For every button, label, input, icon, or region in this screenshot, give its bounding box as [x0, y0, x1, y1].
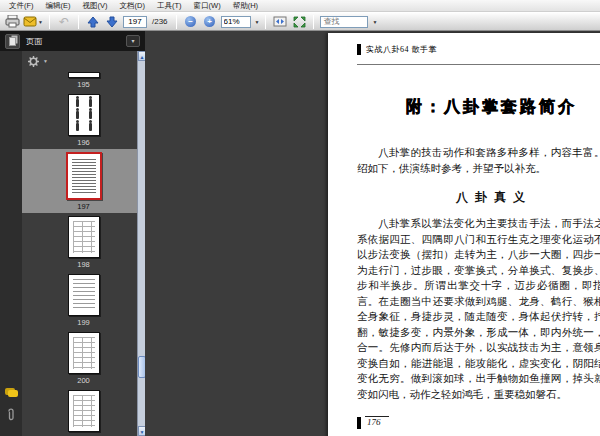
printer-icon — [5, 15, 20, 28]
running-header-text: 实战八卦64 散手掌 — [366, 44, 437, 55]
scroll-up-arrow[interactable]: ▲ — [138, 51, 145, 61]
pages-tab-button[interactable] — [5, 34, 20, 49]
header-rule — [357, 55, 600, 65]
thumbnails-pane: ▼ 195196197198199200201 ▲ ▼ — [22, 51, 145, 436]
toolbar-separator — [313, 15, 314, 29]
main-area: 页面 ▾ — [0, 31, 600, 436]
thumbnail-label: 196 — [77, 138, 90, 147]
arrow-up-icon — [87, 16, 99, 28]
thumbnail-options-row: ▼ — [22, 53, 145, 69]
arrow-down-icon — [106, 16, 118, 28]
menu-item-4[interactable]: 工具(T) — [152, 0, 187, 11]
thumbnail-label: 198 — [77, 260, 90, 269]
page-number-input[interactable] — [123, 16, 147, 28]
thumbnail-list: 195196197198199200201 — [22, 69, 145, 436]
thumbnail-image[interactable] — [68, 216, 100, 258]
thumbnail-page-195[interactable]: 195 — [22, 69, 145, 91]
thumbnail-page-200[interactable]: 200 — [22, 329, 145, 387]
pages-panel: 页面 ▾ — [0, 31, 145, 436]
search-dropdown-arrow[interactable]: ▼ — [372, 19, 377, 25]
pdf-reader-window: 文件(F)编辑(E)视图(V)文档(D)工具(T)窗口(W)帮助(H) ▼ ↶ — [0, 0, 600, 436]
thumbnail-image[interactable] — [68, 390, 100, 432]
thumbnail-label: 195 — [77, 80, 90, 89]
zoom-out-button[interactable]: − — [183, 14, 199, 29]
thumbnail-image[interactable] — [66, 152, 102, 200]
thumbnail-image[interactable] — [68, 274, 100, 316]
menu-item-1[interactable]: 编辑(E) — [41, 0, 76, 11]
zoom-in-button[interactable]: + — [202, 14, 218, 29]
document-canvas[interactable]: 实战八卦64 散手掌 附：八卦掌套路简介 八卦掌的技击动作和套路多种多样，内容丰… — [145, 31, 600, 436]
body-paragraph: 八卦掌系以掌法变化为主要技击手法，而手法之变换系依据四正、四隅即八门和五行生克之… — [357, 216, 600, 402]
thumbnail-page-196[interactable]: 196 — [22, 91, 145, 149]
menu-bar: 文件(F)编辑(E)视图(V)文档(D)工具(T)窗口(W)帮助(H) — [0, 0, 600, 12]
document-page: 实战八卦64 散手掌 附：八卦掌套路简介 八卦掌的技击动作和套路多种多样，内容丰… — [328, 33, 600, 436]
menu-item-5[interactable]: 窗口(W) — [189, 0, 226, 11]
page-number: 176 — [365, 416, 389, 429]
page-total-label: /236 — [150, 17, 170, 26]
pages-panel-title: 页面 — [26, 36, 42, 47]
toolbar-separator — [49, 15, 50, 29]
gear-dropdown-arrow[interactable]: ▼ — [43, 58, 48, 64]
zoom-level-input[interactable] — [221, 16, 251, 28]
thumbnail-label: 199 — [77, 318, 90, 327]
thumbnail-page-201[interactable]: 201 — [22, 387, 145, 436]
thumbnail-image[interactable] — [68, 94, 100, 136]
zoom-in-icon: + — [204, 16, 215, 27]
chapter-title: 附：八卦掌套路简介 — [357, 97, 600, 118]
scrollbar-thumb[interactable] — [138, 356, 145, 378]
undo-button[interactable]: ↶ — [56, 14, 72, 29]
email-button[interactable]: ▼ — [23, 14, 43, 29]
toolbar: ▼ ↶ /236 − + ▼ — [0, 12, 600, 31]
section-heading: 八 卦 真 义 — [357, 189, 600, 206]
thumbnail-page-199[interactable]: 199 — [22, 271, 145, 329]
fit-page-icon — [293, 16, 306, 28]
undo-icon: ↶ — [59, 16, 69, 28]
toolbar-separator — [78, 15, 79, 29]
menu-item-3[interactable]: 文档(D) — [115, 0, 150, 11]
thumbnail-page-197[interactable]: 197 — [22, 149, 145, 213]
pages-panel-header: 页面 ▾ — [0, 31, 145, 51]
gear-icon[interactable] — [28, 56, 39, 67]
paperclip-icon[interactable] — [6, 407, 16, 422]
zoom-out-icon: − — [185, 16, 196, 27]
footer-bar-mark — [357, 417, 361, 429]
email-dropdown-arrow[interactable]: ▼ — [38, 19, 43, 25]
zoom-dropdown-arrow[interactable]: ▼ — [255, 19, 260, 25]
thumbnail-label: 197 — [77, 202, 90, 211]
search-input[interactable] — [320, 16, 368, 28]
thumbnail-scrollbar[interactable]: ▲ ▼ — [137, 51, 145, 436]
panel-options-button[interactable]: ▾ — [126, 35, 140, 47]
toolbar-separator — [265, 15, 266, 29]
toolbar-separator — [176, 15, 177, 29]
scroll-down-arrow[interactable]: ▼ — [138, 426, 145, 436]
header-bar-mark — [357, 44, 361, 55]
thumbnail-page-198[interactable]: 198 — [22, 213, 145, 271]
previous-page-button[interactable] — [85, 14, 101, 29]
comments-icon[interactable] — [5, 388, 18, 397]
page-footer: 176 — [357, 416, 600, 429]
fit-width-button[interactable] — [272, 14, 288, 29]
thumbnail-label: 200 — [77, 376, 90, 385]
next-page-button[interactable] — [104, 14, 120, 29]
menu-item-2[interactable]: 视图(V) — [78, 0, 113, 11]
intro-paragraph: 八卦掌的技击动作和套路多种多样，内容丰富。现介绍如下，供演练时参考，并望予以补充… — [357, 145, 600, 176]
nav-tab-strip — [0, 51, 22, 436]
menu-item-6[interactable]: 帮助(H) — [228, 0, 263, 11]
menu-item-0[interactable]: 文件(F) — [4, 0, 39, 11]
thumbnail-image[interactable] — [68, 72, 100, 78]
fit-page-button[interactable] — [291, 14, 307, 29]
fit-width-icon — [273, 16, 287, 27]
running-header: 实战八卦64 散手掌 — [357, 43, 600, 55]
thumbnail-image[interactable] — [68, 332, 100, 374]
print-button[interactable] — [4, 14, 20, 29]
email-icon — [23, 16, 37, 27]
pages-icon — [9, 37, 16, 46]
